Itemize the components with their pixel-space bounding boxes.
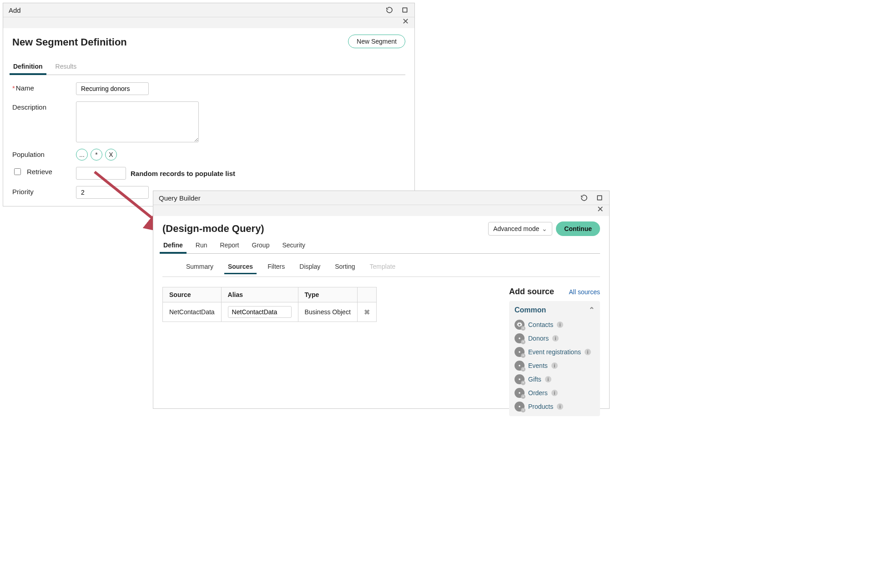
svg-rect-2 bbox=[597, 196, 601, 200]
gear-icon bbox=[515, 388, 525, 398]
source-item-orders[interactable]: Orders i bbox=[515, 386, 595, 400]
all-sources-link[interactable]: All sources bbox=[569, 288, 600, 296]
window-title: Query Builder bbox=[159, 194, 201, 202]
subtab-sorting[interactable]: Sorting bbox=[334, 261, 356, 274]
titlebar: Query Builder bbox=[153, 191, 609, 205]
segment-tabs: Definition Results bbox=[12, 60, 405, 75]
subtab-sources[interactable]: Sources bbox=[227, 261, 254, 274]
refresh-icon[interactable] bbox=[385, 6, 394, 14]
gear-icon bbox=[515, 402, 525, 412]
svg-point-7 bbox=[519, 392, 520, 394]
svg-point-8 bbox=[519, 406, 520, 407]
group-title: Common bbox=[515, 306, 546, 314]
add-source-title: Add source bbox=[509, 287, 554, 297]
svg-rect-0 bbox=[403, 8, 407, 12]
tab-group[interactable]: Group bbox=[251, 239, 271, 253]
info-icon[interactable]: i bbox=[552, 335, 559, 342]
info-icon[interactable]: i bbox=[585, 349, 591, 355]
continue-button[interactable]: Continue bbox=[556, 221, 600, 236]
subtab-template: Template bbox=[369, 261, 397, 274]
col-alias: Alias bbox=[221, 287, 298, 302]
subtab-filters[interactable]: Filters bbox=[267, 261, 286, 274]
source-item-gifts[interactable]: Gifts i bbox=[515, 372, 595, 386]
tab-security[interactable]: Security bbox=[281, 239, 306, 253]
svg-point-4 bbox=[519, 351, 520, 353]
sources-table: Source Alias Type NetContactData Busines… bbox=[162, 287, 377, 322]
svg-point-5 bbox=[519, 365, 520, 367]
retrieve-label: Retrieve bbox=[27, 168, 52, 176]
window-title: Add bbox=[9, 6, 21, 14]
gear-icon bbox=[515, 320, 525, 330]
priority-input[interactable] bbox=[76, 186, 149, 199]
add-window: Add ✕ New Segment Definition New Segment… bbox=[3, 3, 415, 206]
remove-row-icon[interactable]: ✖ bbox=[364, 308, 370, 316]
gear-icon bbox=[515, 361, 525, 371]
maximize-icon[interactable] bbox=[401, 6, 409, 14]
info-icon[interactable]: i bbox=[551, 390, 558, 396]
source-item-event-registrations[interactable]: Event registrations i bbox=[515, 345, 595, 359]
chevron-down-icon: ⌄ bbox=[542, 225, 547, 232]
tab-run[interactable]: Run bbox=[195, 239, 208, 253]
svg-point-3 bbox=[519, 337, 520, 339]
page-title: (Design-mode Query) bbox=[162, 223, 264, 235]
tab-report[interactable]: Report bbox=[219, 239, 240, 253]
retrieve-count-input[interactable] bbox=[76, 167, 126, 180]
close-icon[interactable]: ✕ bbox=[597, 205, 604, 213]
svg-point-6 bbox=[519, 378, 520, 380]
description-label: Description bbox=[12, 101, 76, 111]
qb-subtabs: Summary Sources Filters Display Sorting … bbox=[162, 261, 600, 274]
source-item-products[interactable]: Products i bbox=[515, 400, 595, 413]
name-input[interactable] bbox=[76, 82, 149, 95]
page-title: New Segment Definition bbox=[12, 36, 127, 48]
table-row: NetContactData Business Object ✖ bbox=[163, 302, 377, 322]
tab-results[interactable]: Results bbox=[55, 60, 78, 75]
close-icon[interactable]: ✕ bbox=[402, 17, 409, 25]
subtab-summary[interactable]: Summary bbox=[185, 261, 214, 274]
query-builder-window: Query Builder ✕ (Design-mode Query) Adva… bbox=[153, 191, 610, 409]
col-source: Source bbox=[163, 287, 222, 302]
retrieve-suffix-label: Random records to populate list bbox=[131, 170, 235, 177]
gear-icon bbox=[515, 333, 525, 343]
population-browse-button[interactable]: ... bbox=[76, 149, 88, 161]
cell-type: Business Object bbox=[298, 302, 357, 322]
info-icon[interactable]: i bbox=[551, 362, 558, 369]
alias-input[interactable] bbox=[228, 306, 292, 318]
source-item-events[interactable]: Events i bbox=[515, 359, 595, 372]
info-icon[interactable]: i bbox=[557, 322, 563, 328]
population-wildcard-button[interactable]: * bbox=[91, 149, 102, 161]
new-segment-button[interactable]: New Segment bbox=[348, 35, 405, 48]
qb-tabs: Define Run Report Group Security bbox=[162, 239, 600, 254]
gear-icon bbox=[515, 374, 525, 384]
population-clear-button[interactable]: X bbox=[105, 149, 117, 161]
source-item-contacts[interactable]: Contacts i bbox=[515, 318, 595, 332]
tab-definition[interactable]: Definition bbox=[12, 60, 44, 75]
source-item-donors[interactable]: Donors i bbox=[515, 332, 595, 345]
tab-define[interactable]: Define bbox=[162, 239, 184, 253]
population-label: Population bbox=[12, 149, 76, 158]
mode-select-value: Advanced mode bbox=[493, 225, 539, 232]
priority-label: Priority bbox=[12, 186, 76, 196]
retrieve-checkbox[interactable] bbox=[14, 168, 21, 175]
add-source-panel: Add source All sources Common ⌃ Contacts… bbox=[509, 287, 600, 416]
titlebar: Add bbox=[3, 3, 414, 17]
info-icon[interactable]: i bbox=[545, 376, 551, 382]
refresh-icon[interactable] bbox=[580, 194, 588, 202]
chevron-up-icon[interactable]: ⌃ bbox=[589, 306, 595, 314]
subtab-display[interactable]: Display bbox=[298, 261, 321, 274]
description-textarea[interactable] bbox=[76, 101, 199, 142]
gear-icon bbox=[515, 347, 525, 357]
col-type: Type bbox=[298, 287, 357, 302]
name-label: *Name bbox=[12, 82, 76, 92]
maximize-icon[interactable] bbox=[595, 194, 604, 202]
info-icon[interactable]: i bbox=[557, 403, 563, 410]
mode-select[interactable]: Advanced mode ⌄ bbox=[488, 222, 552, 236]
cell-source: NetContactData bbox=[163, 302, 222, 322]
